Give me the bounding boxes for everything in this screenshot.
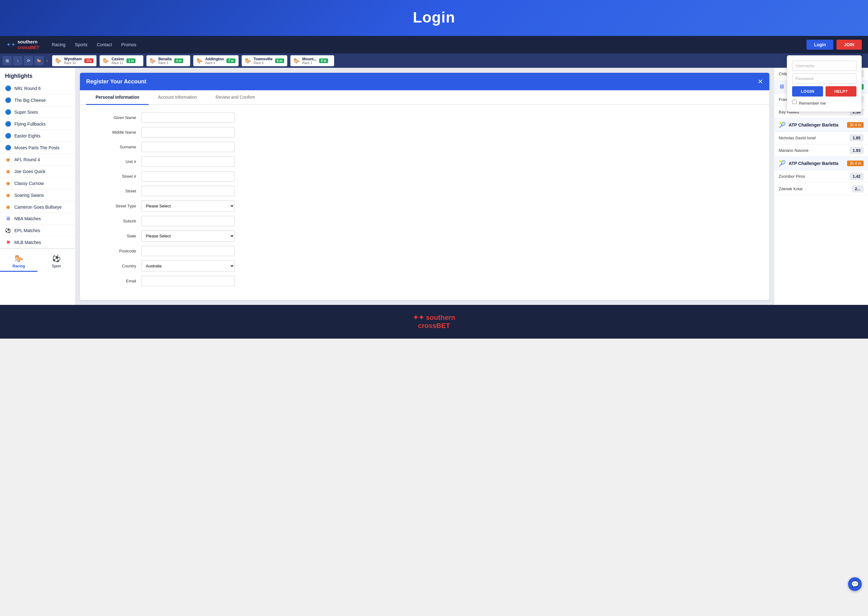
- sidebar-item-big-cheese[interactable]: 🔵 The Big Cheese: [0, 94, 75, 106]
- right-section-atp2: 🎾 ATP Challenger Barletta 3h 4 m: [774, 157, 868, 170]
- race-horse-icon: 🐎: [55, 58, 61, 64]
- street-num-input[interactable]: [141, 171, 235, 181]
- remember-checkbox[interactable]: [792, 100, 796, 104]
- race-ticker: ⊞ ↑ ⟳ 🐎 ‹ 🐎 Wyndham Race 10 17s 🐎 Casino…: [0, 53, 868, 68]
- tab-review-confirm[interactable]: Review and Confirm: [206, 90, 265, 105]
- race-horse-icon-4: 🐎: [196, 58, 203, 64]
- race-info-wyndham: Wyndham Race 10: [64, 57, 82, 64]
- race-badge-addington: 7 m: [226, 58, 235, 63]
- atp2-title: ATP Challenger Barletta: [789, 161, 844, 166]
- logo[interactable]: ✦✦ southern crossBET: [6, 39, 39, 50]
- register-close-button[interactable]: ✕: [758, 78, 763, 85]
- middle-name-input[interactable]: [141, 127, 235, 137]
- ticker-prev-arrow[interactable]: ‹: [45, 58, 49, 63]
- afl-icon: ◉: [5, 157, 11, 162]
- unit-row: Unit #: [92, 157, 757, 167]
- sidebar-item-moses[interactable]: 🔵 Moses Parts The Posts: [0, 142, 75, 154]
- email-input[interactable]: [141, 276, 235, 286]
- zsombor-odds[interactable]: 1.42: [849, 173, 863, 180]
- dropdown-help-button[interactable]: HELP?: [826, 86, 857, 96]
- join-button[interactable]: JOIN: [837, 40, 862, 50]
- afl-icon-3: ◉: [5, 180, 11, 186]
- country-select[interactable]: Australia New Zealand United Kingdom: [141, 261, 235, 272]
- nrl-icon-4: 🔵: [5, 121, 11, 127]
- logo-text: southern crossBET: [17, 39, 39, 50]
- race-item-mount[interactable]: 🐎 Mount... Race 1 9 m: [290, 55, 334, 66]
- footer: ✦✦ southern crossBET: [0, 305, 868, 339]
- ticker-grid-icon[interactable]: ⊞: [3, 56, 12, 65]
- nav-contact[interactable]: Contact: [97, 42, 112, 47]
- dropdown-login-button[interactable]: LOGIN: [792, 86, 823, 96]
- race-item-townsville[interactable]: 🐎 Townsville Race 6 9 m: [242, 55, 287, 66]
- sidebar-item-flying-fullbacks[interactable]: 🔵 Flying Fullbacks: [0, 118, 75, 130]
- username-input[interactable]: [792, 61, 857, 71]
- nrl-icon: 🔵: [5, 85, 11, 91]
- sidebar-item-epl[interactable]: ⚽ EPL Matches: [0, 225, 75, 236]
- nrl-icon-5: 🔵: [5, 133, 11, 139]
- nav-promos[interactable]: Promos: [121, 42, 136, 47]
- register-title: Register Your Account: [86, 79, 146, 85]
- ionel-odds[interactable]: 1.85: [849, 134, 863, 141]
- race-item-addington[interactable]: 🐎 Addington Race 4 7 m: [193, 55, 238, 66]
- password-input[interactable]: [792, 74, 857, 84]
- state-select[interactable]: Please Select NSW VIC QLD WA SA TAS: [141, 231, 235, 242]
- race-item-casino[interactable]: 🐎 Casino Race 11 1 m: [100, 55, 143, 66]
- tab-personal-info[interactable]: Personal Information: [86, 90, 149, 105]
- sidebar-title: Highlights: [0, 68, 75, 82]
- afl-icon-2: ◉: [5, 168, 11, 174]
- sidebar-item-nrl-round6[interactable]: 🔵 NRL Round 6: [0, 82, 75, 94]
- logo-dots: ✦✦: [6, 41, 16, 48]
- tab-account-info[interactable]: Account Information: [149, 90, 206, 105]
- street-num-row: Street #: [92, 171, 757, 181]
- race-badge-wyndham: 17s: [84, 58, 93, 63]
- remember-label: Remember me: [799, 101, 826, 105]
- email-row: Email: [92, 276, 757, 286]
- sidebar-sport-tab[interactable]: ⚽ Sport: [38, 252, 75, 272]
- street-input[interactable]: [141, 186, 235, 196]
- race-horse-icon-5: 🐎: [245, 58, 251, 64]
- atp2-time: 3h 4 m: [847, 160, 863, 166]
- sidebar-item-cameron[interactable]: ◉ Cameron Goes Bullseye: [0, 201, 75, 213]
- sidebar-item-afl-round4[interactable]: ◉ AFL Round 4: [0, 154, 75, 165]
- nznbl-icon: 🖥: [779, 83, 784, 90]
- race-badge-benalla: 4 m: [174, 58, 183, 63]
- sidebar-item-easter-eights[interactable]: 🔵 Easter Eights: [0, 130, 75, 142]
- ticker-cycle-icon[interactable]: ⟳: [24, 56, 33, 65]
- street-type-select[interactable]: Please Select Street Avenue Road Drive C…: [141, 201, 235, 212]
- unit-input[interactable]: [141, 157, 235, 167]
- race-item-benalla[interactable]: 🐎 Benalla Race 3 4 m: [146, 55, 190, 66]
- atp1-time: 3h 4 m: [847, 122, 863, 128]
- navone-odds[interactable]: 1.93: [849, 147, 863, 154]
- sport-icon: ⚽: [52, 255, 61, 263]
- remember-me-row: Remember me: [792, 100, 857, 107]
- navone-name: Mariano Navone: [779, 148, 808, 153]
- suburb-input[interactable]: [141, 216, 235, 226]
- nba-icon: 🖥: [5, 216, 11, 222]
- given-name-row: Given Name: [92, 112, 757, 123]
- sidebar-item-soaring-swans[interactable]: ◉ Soaring Swans: [0, 189, 75, 201]
- sidebar-item-classy-curnow[interactable]: ◉ Classy Curnow: [0, 178, 75, 189]
- given-name-input[interactable]: [141, 112, 235, 123]
- login-button[interactable]: Login: [807, 40, 834, 50]
- sidebar-racing-tab[interactable]: 🐎 Racing: [0, 252, 38, 272]
- epl-icon: ⚽: [5, 228, 11, 233]
- race-badge-casino: 1 m: [127, 58, 136, 63]
- ticker-up-icon[interactable]: ↑: [13, 56, 22, 65]
- street-num-label: Street #: [92, 174, 136, 179]
- zdenek-odds[interactable]: 2...: [852, 185, 863, 192]
- race-horse-icon-3: 🐎: [150, 58, 156, 64]
- postcode-input[interactable]: [141, 246, 235, 256]
- ticker-horse-icon[interactable]: 🐎: [34, 56, 44, 65]
- race-badge-townsville: 9 m: [275, 58, 284, 63]
- sidebar-item-joe-goes-quick[interactable]: ◉ Joe Goes Quick: [0, 165, 75, 178]
- sidebar-item-super-sixes[interactable]: 🔵 Super Sixes: [0, 106, 75, 118]
- surname-input[interactable]: [141, 142, 235, 152]
- nav-sports[interactable]: Sports: [75, 42, 88, 47]
- unit-label: Unit #: [92, 159, 136, 164]
- race-item-wyndham[interactable]: 🐎 Wyndham Race 10 17s: [52, 55, 97, 66]
- ionel-name: Nicholas David Ionel: [779, 135, 816, 140]
- postcode-row: Postcode: [92, 246, 757, 256]
- sidebar-item-nba[interactable]: 🖥 NBA Matches: [0, 213, 75, 225]
- sidebar-item-mlb[interactable]: ✖ MLB Matches: [0, 236, 75, 248]
- nav-racing[interactable]: Racing: [52, 42, 66, 47]
